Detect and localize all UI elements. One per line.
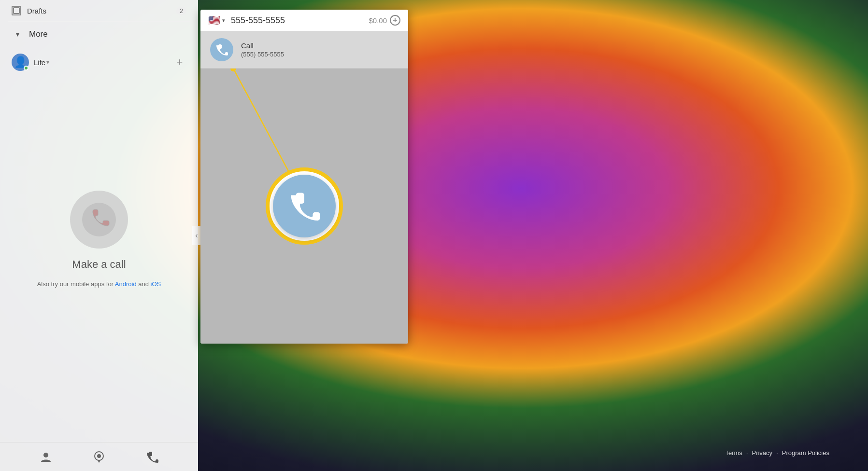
call-number: (555) 555-5555 [241,51,284,58]
dialer-body [200,69,408,344]
phone-nav-icon[interactable] [143,448,161,466]
flag-emoji: 🇺🇸 [208,14,220,26]
life-label: Life [34,58,45,67]
terms-link[interactable]: Terms [725,449,742,457]
more-label: More [29,29,48,39]
big-call-button[interactable] [273,175,336,237]
highlight-ring [266,167,343,245]
hangouts-nav-icon[interactable] [90,448,108,466]
call-label: Call [241,42,284,50]
life-row[interactable]: 👤 Life ▾ + [8,49,190,76]
checkbox-icon [13,7,20,14]
ios-link[interactable]: iOS [151,280,161,288]
sidebar: Drafts 2 ▾ More 👤 Life ▾ + Mak [0,0,198,471]
credit-amount: $0.00 [369,16,387,25]
sidebar-collapse-arrow[interactable]: ‹ [192,226,201,245]
svg-rect-0 [14,8,19,14]
separator-1: · [746,449,748,457]
dialer-popup: 🇺🇸 ▾ $0.00 + Call (555) 555-5555 [200,10,408,344]
avatar-status-dot [24,66,28,70]
drafts-row[interactable]: Drafts 2 [8,0,190,22]
svg-point-6 [230,69,236,71]
dialer-input-row: 🇺🇸 ▾ $0.00 + [200,10,408,31]
avatar: 👤 [12,54,29,71]
drafts-checkbox[interactable] [12,6,21,15]
credit-display: $0.00 + [369,15,400,26]
country-flag-button[interactable]: 🇺🇸 ▾ [208,14,225,26]
footer-links: Terms · Privacy · Program Policies [725,449,829,457]
call-info: Call (555) 555-5555 [241,42,284,58]
sidebar-top: Drafts 2 ▾ More 👤 Life ▾ + [0,0,198,76]
separator-2: · [776,449,778,457]
life-chevron-icon: ▾ [46,59,49,66]
make-a-call-text: Make a call [72,258,126,271]
chevron-down-icon: ▾ [12,28,23,40]
drafts-label: Drafts [27,7,176,15]
add-button[interactable]: + [173,55,186,69]
add-credit-button[interactable]: + [390,15,400,26]
privacy-link[interactable]: Privacy [752,449,772,457]
more-row[interactable]: ▾ More [8,22,190,47]
mobile-apps-text: Also try our mobile apps for Android and… [37,279,161,290]
phone-logo-icon [82,203,116,236]
call-suggestion-icon [210,38,233,61]
program-policies-link[interactable]: Program Policies [782,449,829,457]
android-link[interactable]: Android [115,280,137,288]
svg-point-4 [97,454,101,458]
sidebar-bottom-nav [0,442,198,471]
flag-chevron-icon: ▾ [222,17,225,24]
phone-number-input[interactable] [231,15,369,26]
svg-point-2 [43,453,48,457]
svg-point-1 [82,203,116,236]
call-suggestion-row[interactable]: Call (555) 555-5555 [200,31,408,69]
sidebar-main-content: Make a call Also try our mobile apps for… [0,76,198,442]
contacts-nav-icon[interactable] [37,448,55,466]
phone-logo [70,191,128,249]
drafts-count: 2 [176,7,186,15]
